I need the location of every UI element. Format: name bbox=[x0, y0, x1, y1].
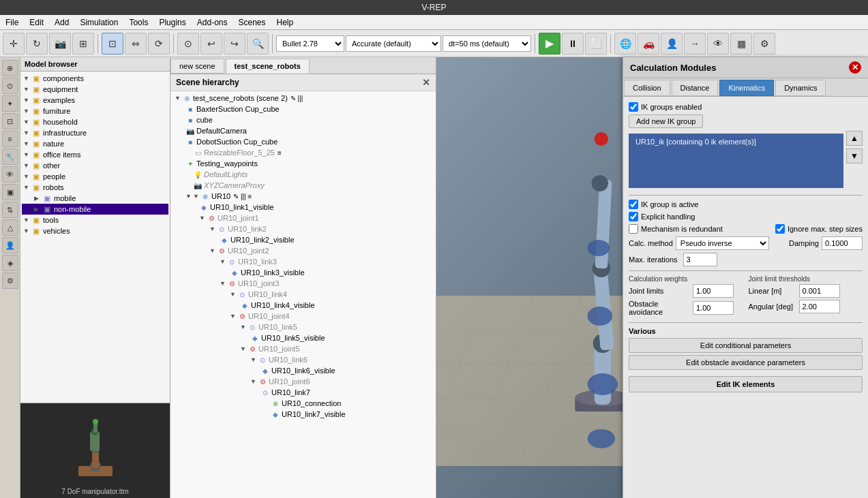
tree-item-people[interactable]: ▼ ▣ people bbox=[22, 171, 168, 182]
toolbar-globe[interactable]: 🌐 bbox=[614, 33, 636, 55]
sh-joint4[interactable]: ▼ ⚙ UR10_joint4 bbox=[172, 311, 434, 322]
scene-root[interactable]: ▼ ⊕ test_scene_robots (scene 2) ✎ ||| bbox=[172, 93, 434, 104]
tree-item-vehicles[interactable]: ▼ ▣ vehicles bbox=[22, 225, 168, 236]
ik-active-checkbox[interactable] bbox=[629, 200, 638, 209]
toolbar-move-object[interactable]: ✛ bbox=[3, 33, 25, 55]
sh-link5[interactable]: ▼ ⊙ UR10_link5 bbox=[172, 322, 434, 332]
sh-floor[interactable]: ▭ ResizableFloor_5_25 ≡ bbox=[172, 147, 434, 158]
sidebar-icon-5[interactable]: ≡ bbox=[2, 131, 18, 147]
toolbar-move[interactable]: ⇔ bbox=[125, 33, 147, 55]
tree-item-equipment[interactable]: ▼ ▣ equipment bbox=[22, 84, 168, 95]
damping-input[interactable] bbox=[822, 236, 863, 250]
sidebar-icon-12[interactable]: ◈ bbox=[2, 255, 18, 271]
ik-move-down-button[interactable]: ▼ bbox=[846, 149, 863, 164]
sh-testing[interactable]: ✦ Testing_waypoints bbox=[172, 158, 434, 169]
sh-link2v[interactable]: ◆ UR10_link2_visible bbox=[172, 234, 434, 245]
angular-input[interactable] bbox=[799, 300, 840, 313]
menu-plugins[interactable]: Plugins bbox=[153, 16, 191, 29]
ik-groups-checkbox[interactable] bbox=[629, 102, 638, 112]
toolbar-search[interactable]: 🔍 bbox=[247, 33, 269, 55]
linear-input[interactable] bbox=[799, 284, 840, 298]
explicit-checkbox[interactable] bbox=[629, 212, 638, 221]
toolbar-redo[interactable]: ↪ bbox=[224, 33, 245, 55]
toolbar-pause[interactable]: ⏸ bbox=[562, 33, 584, 55]
sh-default-lights[interactable]: 💡 DefaultLights bbox=[172, 169, 434, 180]
sidebar-icon-10[interactable]: △ bbox=[2, 219, 18, 236]
sidebar-icon-2[interactable]: ⊙ bbox=[2, 78, 18, 94]
tab-collision[interactable]: Collision bbox=[624, 80, 670, 96]
mechanism-checkbox[interactable] bbox=[629, 224, 638, 234]
toolbar-stop[interactable]: ⬜ bbox=[585, 33, 607, 55]
sidebar-icon-8[interactable]: ▣ bbox=[2, 184, 18, 200]
sh-connection[interactable]: ⊕ UR10_connection bbox=[172, 398, 434, 409]
sh-joint3[interactable]: ▼ ⚙ UR10_joint3 bbox=[172, 278, 434, 289]
sh-xyz-camera[interactable]: 📷 XYZCameraProxy bbox=[172, 180, 434, 191]
sh-link7v[interactable]: ◆ UR10_link7_visible bbox=[172, 409, 434, 420]
menu-tools[interactable]: Tools bbox=[123, 16, 153, 29]
toolbar-snap-target[interactable]: ⊙ bbox=[177, 33, 199, 55]
edit-conditional-button[interactable]: Edit conditional parameters bbox=[629, 338, 863, 353]
sh-link6[interactable]: ▼ ⊙ UR10_link6 bbox=[172, 354, 434, 365]
tab-test-scene[interactable]: test_scene_robots bbox=[226, 59, 310, 74]
menu-file[interactable]: File bbox=[0, 16, 24, 29]
sidebar-icon-7[interactable]: 👁 bbox=[2, 166, 18, 183]
sh-link4[interactable]: ▼ ⊙ UR10_link4 bbox=[172, 289, 434, 300]
toolbar-eye[interactable]: 👁 bbox=[707, 33, 729, 55]
tree-item-mobile[interactable]: ▶ ▣ mobile bbox=[22, 193, 168, 204]
toolbar-person[interactable]: 👤 bbox=[661, 33, 683, 55]
tab-distance[interactable]: Distance bbox=[672, 80, 719, 96]
sidebar-icon-1[interactable]: ⊕ bbox=[2, 60, 18, 76]
tree-item-office_items[interactable]: ▼ ▣ office items bbox=[22, 149, 168, 160]
toolbar-rotate[interactable]: ⟳ bbox=[148, 33, 170, 55]
toolbar-grid[interactable]: ▦ bbox=[730, 33, 752, 55]
joint-limits-input[interactable] bbox=[693, 284, 734, 298]
tree-item-components[interactable]: ▼ ▣ components bbox=[22, 73, 168, 84]
sh-link2[interactable]: ▼ ⊙ UR10_link2 bbox=[172, 223, 434, 234]
obstacle-input[interactable] bbox=[693, 301, 734, 315]
tree-item-nature[interactable]: ▼ ▣ nature bbox=[22, 138, 168, 149]
scene-hierarchy-close[interactable]: ✕ bbox=[422, 77, 430, 88]
sh-link3[interactable]: ▼ ⊙ UR10_link3 bbox=[172, 256, 434, 267]
menu-addons[interactable]: Add-ons bbox=[192, 16, 233, 29]
toolbar-settings[interactable]: ⚙ bbox=[753, 33, 775, 55]
sh-link6v[interactable]: ◆ UR10_link6_visible bbox=[172, 365, 434, 376]
menu-simulation[interactable]: Simulation bbox=[74, 16, 123, 29]
toolbar-select[interactable]: ⊡ bbox=[102, 33, 123, 55]
sh-link5v[interactable]: ◆ UR10_link5_visible bbox=[172, 332, 434, 343]
tab-new-scene[interactable]: new scene bbox=[170, 59, 224, 74]
sh-cube[interactable]: ■ cube bbox=[172, 114, 434, 125]
toolbar-rotate-object[interactable]: ↻ bbox=[26, 33, 48, 55]
menu-help[interactable]: Help bbox=[271, 16, 299, 29]
sh-baxter[interactable]: ■ BaxterSuction Cup_cube bbox=[172, 104, 434, 114]
tree-item-furniture[interactable]: ▼ ▣ furniture bbox=[22, 106, 168, 116]
physics-engine-select[interactable]: Bullet 2.78 ODE Vortex bbox=[276, 35, 344, 52]
tab-dynamics[interactable]: Dynamics bbox=[775, 80, 826, 96]
tree-item-household[interactable]: ▼ ▣ household bbox=[22, 116, 168, 127]
sh-link3v[interactable]: ◆ UR10_link3_visible bbox=[172, 267, 434, 278]
sh-link4v[interactable]: ◆ UR10_link4_visible bbox=[172, 300, 434, 311]
tree-item-infrastructure[interactable]: ▼ ▣ infrastructure bbox=[22, 127, 168, 138]
sidebar-icon-4[interactable]: ⊡ bbox=[2, 113, 18, 129]
menu-scenes[interactable]: Scenes bbox=[233, 16, 271, 29]
tab-kinematics[interactable]: Kinematics bbox=[719, 80, 774, 96]
sidebar-icon-6[interactable]: 🔧 bbox=[2, 149, 18, 165]
timestep-select[interactable]: dt=50 ms (default) dt=10 ms dt=25 ms bbox=[443, 35, 531, 52]
ik-move-up-button[interactable]: ▲ bbox=[846, 131, 863, 146]
sidebar-icon-3[interactable]: ✦ bbox=[2, 95, 18, 112]
add-ik-group-button[interactable]: Add new IK group bbox=[629, 114, 703, 128]
sh-link1v[interactable]: ◆ UR10_link1_visible bbox=[172, 202, 434, 213]
sh-default-camera[interactable]: 📷 DefaultCamera bbox=[172, 125, 434, 136]
accuracy-select[interactable]: Accurate (default) Fast bbox=[346, 35, 441, 52]
sh-joint1[interactable]: ▼ ⚙ UR10_joint1 bbox=[172, 213, 434, 223]
calc-method-select[interactable]: Pseudo inverse Damped least squares bbox=[676, 236, 769, 250]
sh-joint2[interactable]: ▼ ⚙ UR10_joint2 bbox=[172, 245, 434, 256]
max-iter-input[interactable] bbox=[683, 253, 717, 266]
menu-add[interactable]: Add bbox=[49, 16, 74, 29]
sh-dobot[interactable]: ■ DobotSuction Cup_cube bbox=[172, 136, 434, 147]
sh-link7[interactable]: ⊙ UR10_link7 bbox=[172, 387, 434, 398]
ignore-max-checkbox[interactable] bbox=[775, 224, 785, 234]
sidebar-icon-9[interactable]: ⇅ bbox=[2, 202, 18, 218]
sh-joint6[interactable]: ▼ ⚙ UR10_joint6 bbox=[172, 376, 434, 387]
toolbar-camera-view[interactable]: 📷 bbox=[49, 33, 71, 55]
ik-group-item[interactable]: UR10_ik [containing 0 ik element(s)] bbox=[633, 136, 839, 147]
